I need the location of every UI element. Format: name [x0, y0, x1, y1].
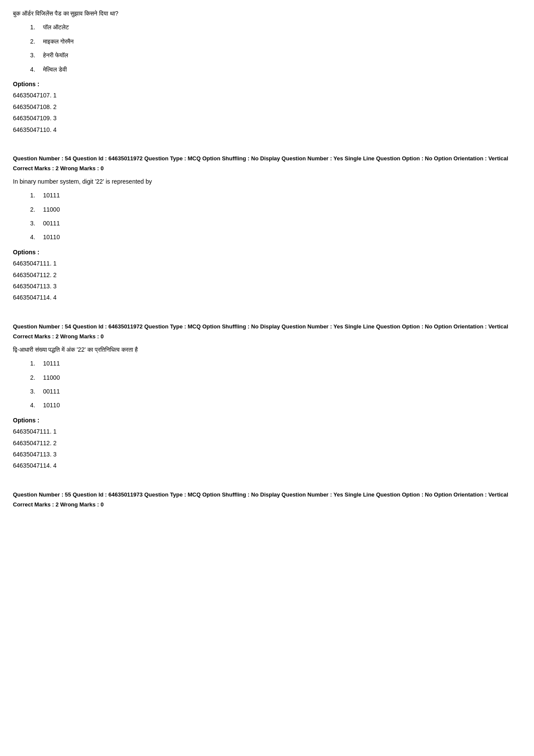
option-text: 00111	[43, 387, 60, 396]
list-item: 3.हेनरी फेयॉल	[30, 50, 521, 60]
option-num: 2.	[30, 373, 39, 382]
option-id: 64635047108. 2	[13, 102, 521, 112]
marks-line: Correct Marks : 2 Wrong Marks : 0	[13, 164, 521, 173]
option-text: मेल्विल डेवी	[43, 65, 67, 74]
option-id: 64635047111. 1	[13, 259, 521, 268]
option-num: 4.	[30, 400, 39, 410]
option-text: 00111	[43, 219, 60, 228]
question-text: In binary number system, digit '22' is r…	[13, 177, 521, 186]
options-list: 1.10111 2.11000 3.00111 4.10110	[30, 191, 521, 242]
option-num: 2.	[30, 37, 39, 46]
list-item: 4.10110	[30, 232, 521, 242]
option-id: 64635047112. 2	[13, 438, 521, 448]
option-text: माइकल गोरमैन	[43, 37, 74, 46]
option-id: 64635047111. 1	[13, 427, 521, 436]
question-meta: Question Number : 54 Question Id : 64635…	[13, 154, 521, 163]
question-text-hindi: द्वि-आधारी संख्या पद्धति में अंक '22' का…	[13, 345, 521, 354]
option-text: 11000	[43, 205, 60, 214]
option-id: 64635047113. 3	[13, 281, 521, 291]
option-id: 64635047107. 1	[13, 91, 521, 100]
options-label: Options :	[13, 247, 521, 257]
option-num: 3.	[30, 50, 39, 60]
option-num: 3.	[30, 219, 39, 228]
option-id: 64635047114. 4	[13, 293, 521, 302]
option-text: 10110	[43, 232, 60, 242]
section-q54-english: Question Number : 54 Question Id : 64635…	[13, 154, 521, 303]
list-item: 4.मेल्विल डेवी	[30, 65, 521, 74]
list-item: 2.11000	[30, 205, 521, 214]
option-num: 4.	[30, 65, 39, 74]
list-item: 3.00111	[30, 387, 521, 396]
marks-line: Correct Marks : 2 Wrong Marks : 0	[13, 332, 521, 341]
options-list: 1.पॉल ऑटलेट 2.माइकल गोरमैन 3.हेनरी फेयॉल…	[30, 22, 521, 74]
options-label: Options :	[13, 415, 521, 425]
list-item: 2.11000	[30, 373, 521, 382]
list-item: 4.10110	[30, 400, 521, 410]
option-text: 10111	[43, 359, 60, 368]
option-id: 64635047114. 4	[13, 461, 521, 470]
section-q55: Question Number : 55 Question Id : 64635…	[13, 490, 521, 509]
option-text: हेनरी फेयॉल	[43, 50, 68, 60]
option-num: 3.	[30, 387, 39, 396]
option-text: 10110	[43, 400, 60, 410]
question-meta: Question Number : 55 Question Id : 64635…	[13, 490, 521, 500]
option-num: 2.	[30, 205, 39, 214]
option-text: पॉल ऑटलेट	[43, 22, 69, 32]
option-id: 64635047109. 3	[13, 113, 521, 123]
option-id: 64635047110. 4	[13, 125, 521, 134]
option-num: 1.	[30, 359, 39, 368]
option-id: 64635047112. 2	[13, 270, 521, 280]
option-id: 64635047113. 3	[13, 450, 521, 459]
option-text: 11000	[43, 373, 60, 382]
options-label: Options :	[13, 79, 521, 89]
list-item: 1.10111	[30, 359, 521, 368]
option-num: 1.	[30, 22, 39, 32]
question-text-hindi: बुक ऑर्डर विजिलेंस पैड का सुझाव किसने दि…	[13, 9, 521, 18]
question-meta: Question Number : 54 Question Id : 64635…	[13, 322, 521, 331]
option-text: 10111	[43, 191, 60, 200]
marks-line: Correct Marks : 2 Wrong Marks : 0	[13, 500, 521, 509]
options-list: 1.10111 2.11000 3.00111 4.10110	[30, 359, 521, 410]
section-q53-hindi: बुक ऑर्डर विजिलेंस पैड का सुझाव किसने दि…	[13, 9, 521, 134]
option-num: 4.	[30, 232, 39, 242]
list-item: 3.00111	[30, 219, 521, 228]
option-num: 1.	[30, 191, 39, 200]
list-item: 1.पॉल ऑटलेट	[30, 22, 521, 32]
section-q54-hindi: Question Number : 54 Question Id : 64635…	[13, 322, 521, 471]
list-item: 1.10111	[30, 191, 521, 200]
list-item: 2.माइकल गोरमैन	[30, 37, 521, 46]
